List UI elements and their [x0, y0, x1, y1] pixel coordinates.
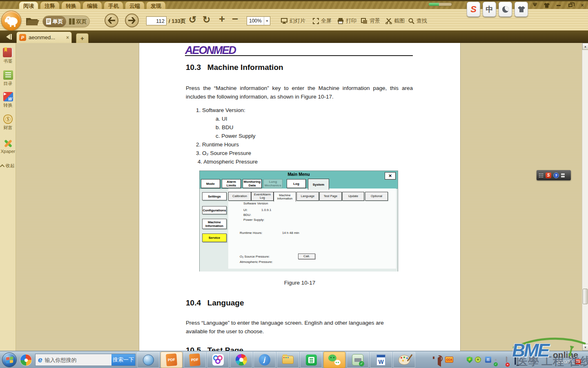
sogou-floating-toolbar[interactable]: S ? [537, 170, 571, 180]
colored-circles-icon [212, 354, 224, 366]
toc-label: 目录 [0, 81, 16, 87]
pdf-icon: PDF [189, 353, 200, 366]
open-file-button[interactable] [25, 15, 40, 26]
list-item-1b: b. BDU [216, 124, 234, 130]
sogou-logo-icon[interactable]: S [546, 173, 551, 178]
ime-sogou-key[interactable]: S [467, 2, 480, 17]
rotate-right-icon[interactable]: ↻ [203, 14, 210, 25]
screen: 阅读 注释 转换 编辑 手机 云端 发现 × [0, 0, 588, 368]
restore-icon[interactable] [567, 2, 574, 8]
tab-monitoring-data: Monitoring Data [243, 179, 262, 188]
online-text: online [553, 350, 578, 360]
sidebar-item-toc[interactable]: 目录 [0, 70, 16, 87]
document-tab[interactable]: P aeonmed... × [16, 31, 72, 43]
tray-action-center-icon[interactable] [507, 357, 508, 365]
sidebar-item-wealth[interactable]: $ 财富 [0, 114, 16, 131]
taskbar-app-word[interactable]: W [370, 352, 392, 368]
word-icon: W [376, 355, 385, 366]
taskbar-app-kuaiya[interactable] [207, 352, 229, 368]
next-page-button[interactable] [125, 13, 139, 27]
zoom-in-icon[interactable]: + [219, 13, 225, 25]
minimize-icon[interactable] [555, 2, 562, 8]
scroll-up-button[interactable]: ▲ [582, 43, 588, 50]
scrollbar-thumb[interactable] [583, 289, 588, 304]
new-tab-button[interactable]: + [76, 33, 89, 43]
elephant-icon [2, 11, 21, 30]
taskbar-app-notes[interactable] [300, 352, 322, 368]
pdf-to-word-icon: ▶ W [3, 92, 13, 101]
search-input[interactable] [45, 357, 94, 363]
close-icon[interactable]: × [579, 2, 586, 8]
print-button[interactable]: 打印 [337, 17, 356, 25]
dollar-glyph: $ [5, 117, 11, 122]
collapse-sidebar-button[interactable] [3, 33, 15, 41]
software-version-label: Software Version [243, 202, 268, 205]
tray-volume-icon[interactable] [438, 358, 441, 365]
double-page-button[interactable]: 双页 [66, 16, 89, 27]
atmospheric-pressure-label: Atmospheric Pressure: [240, 260, 273, 264]
screenshot-button[interactable]: 截图 [385, 17, 405, 25]
tab-log: Log [287, 179, 306, 188]
taskbar-app-pdf-active[interactable]: PDF [160, 352, 183, 368]
taskbar-app-explorer[interactable] [277, 352, 299, 368]
fullscreen-icon [313, 18, 319, 24]
page-total-label: / 133页 [169, 18, 186, 25]
app-logo[interactable] [1, 11, 21, 31]
tray-cc4-icon[interactable]: CC4 [445, 357, 453, 363]
zoom-level-select[interactable]: 100% ▼ [247, 16, 270, 25]
money-bag-icon: $ [3, 114, 13, 124]
taskbar-app-colorwheel[interactable] [230, 352, 252, 368]
sidebar-item-bookmarks[interactable]: 书签 [0, 48, 16, 64]
browser-360-icon[interactable] [20, 354, 32, 366]
previous-page-button[interactable] [105, 13, 118, 27]
ime-language-key[interactable]: 中 [483, 2, 496, 17]
search-box[interactable]: e [36, 354, 111, 366]
taskbar-app-paint[interactable] [393, 352, 415, 368]
single-page-icon [46, 18, 51, 25]
subtab-language: Language [296, 192, 319, 201]
zoom-out-icon[interactable]: − [232, 13, 238, 25]
blue-swan-icon: j [259, 354, 270, 366]
rotate-left-icon[interactable]: ↺ [189, 14, 196, 25]
vertical-scrollbar[interactable]: ▲ ▼ [582, 43, 588, 351]
toolbox-icon[interactable] [561, 173, 565, 177]
cali-button: Cali. [298, 254, 315, 259]
tray-shield-icon[interactable]: ⚡ [467, 357, 472, 363]
collapse-label: 收起 [6, 163, 15, 169]
ime-status-bar: S 中 [467, 2, 528, 17]
button-machine-information: Machine Information [202, 219, 227, 229]
start-button[interactable] [2, 352, 17, 367]
section-10-3-paragraph: Press the “Machine information” key to e… [186, 84, 413, 101]
ime-skin-key[interactable] [514, 2, 528, 17]
keyboard-grid-icon[interactable] [539, 173, 543, 177]
tray-map-icon[interactable]: 图 [485, 357, 491, 363]
sidebar-collapse-button[interactable]: 收起 [0, 163, 16, 169]
search-go-button[interactable]: 搜索一下 [111, 354, 135, 366]
taskbar-app-printer[interactable] [347, 352, 369, 368]
help-icon[interactable]: ? [553, 173, 559, 178]
tab-system: System [308, 179, 329, 190]
tray-update-icon[interactable]: + [475, 357, 481, 363]
double-page-label: 双页 [76, 18, 87, 25]
sidebar-item-xpaper[interactable]: Xpaper [0, 138, 16, 154]
zoom-dropdown-icon[interactable]: ▼ [264, 17, 270, 25]
taskbar-app-swan[interactable]: j [254, 352, 276, 368]
bdu-label: BDU: [243, 213, 251, 217]
taskbar-app-wechat[interactable] [323, 352, 345, 368]
list-item-1a: a. UI [216, 116, 227, 122]
taskbar-app-pdf[interactable]: PDF [184, 352, 206, 368]
sidebar-item-convert[interactable]: ▶ W 转换 [0, 92, 16, 108]
skin-icon[interactable] [543, 2, 550, 8]
page-number-input[interactable] [146, 16, 167, 25]
background-button[interactable]: 背景 [361, 17, 380, 25]
tab-close-icon[interactable]: × [66, 35, 69, 40]
taskbar-app-browser[interactable] [137, 352, 159, 368]
background-label: 背景 [370, 17, 380, 25]
fullscreen-button[interactable]: 全屏 [313, 17, 332, 25]
slideshow-button[interactable]: 幻灯片 [281, 17, 305, 25]
collapse-ribbon-icon[interactable] [532, 2, 538, 8]
ime-night-mode-key[interactable] [499, 2, 512, 17]
find-button[interactable]: 查找 [408, 17, 427, 25]
single-page-button[interactable]: 单页 [43, 16, 66, 27]
green-document-icon [306, 355, 317, 366]
